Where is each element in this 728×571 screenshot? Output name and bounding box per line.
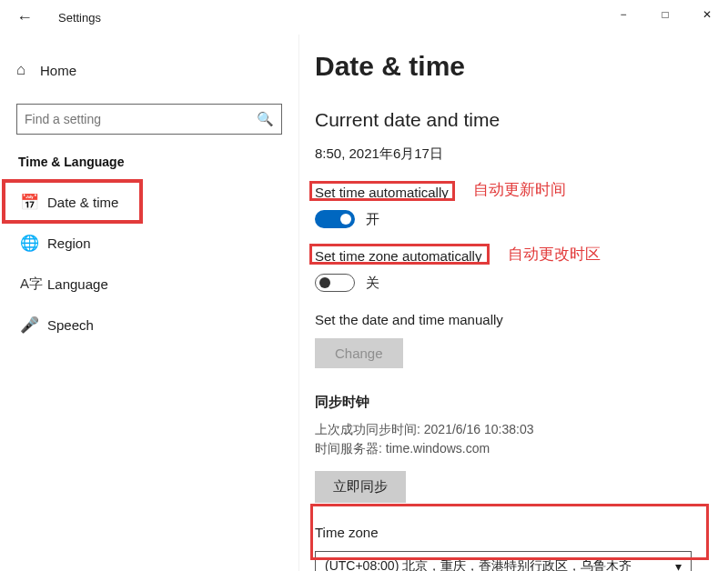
search-icon: 🔍 (257, 111, 274, 127)
search-box[interactable]: 🔍 (16, 104, 282, 135)
sync-clock-header: 同步时钟 (315, 394, 708, 411)
chevron-down-icon: ▾ (675, 559, 682, 571)
sidebar-home[interactable]: ⌂ Home (16, 53, 282, 87)
minimize-button[interactable]: − (602, 0, 644, 29)
window-title: Settings (58, 11, 101, 25)
back-button[interactable]: ← (16, 8, 38, 27)
sidebar-item-speech[interactable]: 🎤 Speech (0, 305, 298, 346)
sidebar-item-label: Date & time (47, 195, 118, 210)
sync-server: 时间服务器: time.windows.com (315, 439, 708, 458)
sidebar-home-label: Home (40, 63, 76, 78)
sidebar: ⌂ Home 🔍 Time & Language 📅 Date & time 🌐… (0, 35, 298, 571)
timezone-select[interactable]: (UTC+08:00) 北京，重庆，香港特别行政区，乌鲁木齐 ▾ (315, 551, 692, 571)
sidebar-item-label: Region (47, 235, 91, 251)
sidebar-item-region[interactable]: 🌐 Region (0, 223, 298, 264)
close-button[interactable]: ✕ (686, 0, 728, 29)
sidebar-item-label: Speech (47, 317, 94, 333)
auto-tz-state: 关 (366, 275, 379, 292)
auto-tz-label: Set time zone automatically (315, 248, 481, 264)
maximize-button[interactable]: □ (644, 0, 686, 29)
auto-time-label: Set time automatically (315, 185, 449, 200)
sync-now-button[interactable]: 立即同步 (315, 471, 406, 503)
timezone-value: (UTC+08:00) 北京，重庆，香港特别行政区，乌鲁木齐 (325, 558, 632, 571)
divider (298, 35, 299, 571)
sidebar-section-header: Time & Language (16, 155, 282, 169)
auto-tz-toggle[interactable] (315, 274, 355, 292)
window-controls: − □ ✕ (602, 0, 728, 29)
globe-icon: 🌐 (20, 234, 47, 253)
microphone-icon: 🎤 (20, 316, 47, 335)
current-datetime: 8:50, 2021年6月17日 (315, 145, 708, 163)
sync-last-time: 上次成功同步时间: 2021/6/16 10:38:03 (315, 420, 708, 439)
change-button: Change (315, 338, 403, 368)
auto-time-state: 开 (366, 211, 379, 228)
section-current-title: Current date and time (315, 109, 708, 131)
manual-set-label: Set the date and time manually (315, 312, 708, 327)
clock-icon: 📅 (20, 193, 47, 212)
page-title: Date & time (315, 51, 708, 82)
timezone-label: Time zone (315, 525, 708, 540)
sidebar-item-language[interactable]: A字 Language (0, 264, 298, 305)
language-icon: A字 (20, 275, 47, 293)
sidebar-item-date-time[interactable]: 📅 Date & time (0, 182, 298, 223)
auto-time-toggle[interactable] (315, 210, 355, 228)
home-icon: ⌂ (16, 61, 40, 79)
search-input[interactable] (25, 112, 257, 126)
sidebar-item-label: Language (47, 276, 108, 292)
main-content: Date & time Current date and time 8:50, … (298, 35, 728, 571)
